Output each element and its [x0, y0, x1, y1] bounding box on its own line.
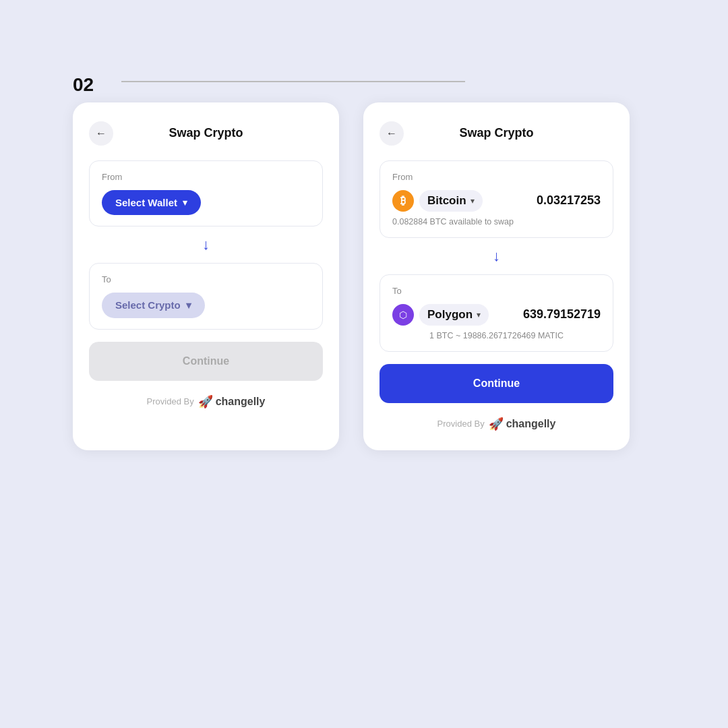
changelly-logo-left: 🚀 changelly	[198, 394, 266, 409]
continue-button-right[interactable]: Continue	[380, 364, 613, 403]
bitcoin-selector[interactable]: Bitcoin ▾	[419, 190, 483, 212]
select-crypto-label: Select Crypto	[115, 299, 181, 311]
to-section-left: To Select Crypto ▾	[89, 263, 323, 330]
arrow-down-right: ↓	[380, 249, 613, 264]
provided-by-right: Provided By 🚀 changelly	[380, 417, 613, 431]
continue-button-left[interactable]: Continue	[89, 342, 323, 381]
available-text: 0.082884 BTC available to swap	[392, 217, 601, 226]
card-right-title: Swap Crypto	[404, 126, 589, 140]
polygon-name: Polygon	[427, 308, 473, 322]
provided-by-left: Provided By 🚀 changelly	[89, 394, 323, 409]
to-section-right: To ⬡ Polygon ▾ 639.79152719 1 BTC ~ 1988…	[380, 274, 613, 352]
back-button-right[interactable]: ←	[380, 121, 404, 146]
bitcoin-name: Bitcoin	[427, 194, 466, 208]
back-button-left[interactable]: ←	[89, 121, 113, 146]
select-wallet-button[interactable]: Select Wallet ▾	[102, 190, 201, 215]
polygon-icon: ⬡	[392, 304, 414, 326]
to-crypto-row: ⬡ Polygon ▾ 639.79152719	[392, 304, 601, 326]
to-amount: 639.79152719	[523, 307, 601, 322]
from-crypto-row: ₿ Bitcoin ▾ 0.03217253	[392, 190, 601, 212]
conversion-rate-text: 1 BTC ~ 19886.2671726469 MATIC	[392, 331, 601, 340]
chevron-down-bitcoin: ▾	[471, 196, 475, 206]
changelly-rocket-icon-right: 🚀	[489, 417, 504, 431]
from-amount: 0.03217253	[537, 193, 601, 208]
changelly-text-right: changelly	[506, 418, 556, 430]
chevron-down-icon-wallet: ▾	[183, 198, 187, 208]
from-label-right: From	[392, 172, 601, 182]
bitcoin-icon: ₿	[392, 190, 414, 212]
arrow-down-left: ↓	[89, 237, 323, 252]
changelly-text-left: changelly	[216, 396, 266, 408]
back-arrow-right: ←	[386, 127, 397, 140]
from-section-left: From Select Wallet ▾	[89, 160, 323, 226]
page-number: 02	[73, 74, 94, 96]
to-label-left: To	[102, 274, 310, 284]
from-label-left: From	[102, 172, 310, 182]
provided-by-label-right: Provided By	[437, 419, 485, 429]
from-section-right: From ₿ Bitcoin ▾ 0.03217253 0.082884 BTC…	[380, 160, 613, 238]
card-left: ← Swap Crypto From Select Wallet ▾ ↓ To …	[73, 102, 339, 450]
select-wallet-label: Select Wallet	[115, 197, 177, 208]
card-left-title: Swap Crypto	[113, 126, 299, 140]
chevron-down-icon-crypto: ▾	[186, 299, 191, 311]
to-label-right: To	[392, 286, 601, 296]
card-left-header: ← Swap Crypto	[89, 121, 323, 146]
changelly-logo-right: 🚀 changelly	[489, 417, 556, 431]
select-crypto-button[interactable]: Select Crypto ▾	[102, 293, 205, 318]
divider-line	[121, 81, 465, 82]
to-crypto-left: ⬡ Polygon ▾	[392, 304, 489, 326]
from-crypto-left: ₿ Bitcoin ▾	[392, 190, 483, 212]
polygon-selector[interactable]: Polygon ▾	[419, 304, 489, 326]
changelly-rocket-icon-left: 🚀	[198, 394, 213, 409]
chevron-down-polygon: ▾	[477, 310, 481, 320]
card-right-header: ← Swap Crypto	[380, 121, 613, 146]
provided-by-label-left: Provided By	[147, 396, 194, 406]
back-arrow-left: ←	[96, 127, 107, 140]
card-right: ← Swap Crypto From ₿ Bitcoin ▾ 0.0321725…	[363, 102, 630, 450]
